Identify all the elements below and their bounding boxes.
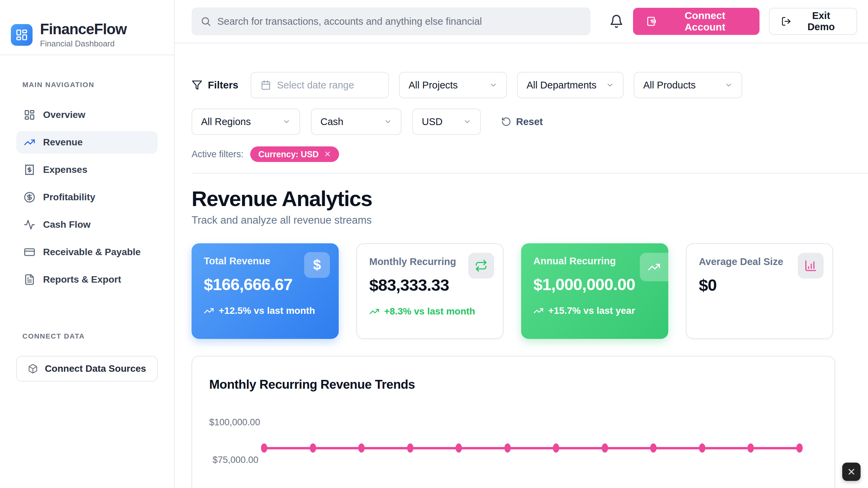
activity-icon — [24, 219, 35, 230]
metric-change-text: +12.5% vs last month — [219, 305, 315, 316]
metric-cards: Total Revenue $166,666.67 +12.5% vs last… — [192, 243, 857, 339]
projects-select-value: All Projects — [409, 80, 458, 91]
logout-icon — [781, 16, 791, 26]
active-filters-row: Active filters: Currency: USD ✕ — [192, 146, 857, 162]
sidebar-item-reports-export[interactable]: Reports & Export — [16, 268, 158, 291]
chart-point — [699, 444, 705, 453]
filters-title: Filters — [192, 79, 238, 91]
notifications-button[interactable] — [609, 14, 624, 28]
chart-line-stroke — [264, 447, 800, 449]
main-navigation: Overview Revenue Expenses Profitability … — [16, 104, 158, 291]
layout-dashboard-icon — [24, 109, 35, 121]
filters-label: Filters — [208, 79, 238, 91]
sidebar-item-profitability[interactable]: Profitability — [16, 186, 158, 208]
sidebar-item-cash-flow[interactable]: Cash Flow — [16, 214, 158, 236]
chart-point — [358, 444, 365, 453]
bell-icon — [609, 14, 624, 28]
sidebar-item-overview[interactable]: Overview — [16, 104, 158, 126]
sidebar-item-revenue[interactable]: Revenue — [16, 131, 158, 154]
repeat-icon — [475, 259, 488, 272]
products-select-value: All Products — [643, 80, 696, 91]
metric-badge — [798, 253, 824, 279]
reset-filters-label: Reset — [516, 116, 543, 127]
chart-point — [796, 444, 803, 453]
metric-value: $166,666.67 — [204, 275, 327, 294]
sidebar-item-receivable-payable[interactable]: Receivable & Payable — [16, 241, 158, 263]
metric-change-text: +15.7% vs last year — [548, 305, 635, 316]
account-type-select[interactable]: Cash — [311, 108, 401, 135]
products-select[interactable]: All Products — [634, 72, 742, 98]
regions-select[interactable]: All Regions — [192, 108, 300, 135]
metric-badge — [640, 253, 668, 281]
overlay-close-button[interactable]: ✕ — [842, 463, 861, 481]
active-filters-label: Active filters: — [192, 149, 243, 160]
metric-badge: $ — [304, 252, 330, 278]
dollar-icon: $ — [313, 257, 321, 273]
chart-card: Monthly Recurring Revenue Trends $100,00… — [192, 356, 835, 488]
rotate-ccw-icon — [501, 117, 511, 127]
chart-line-series — [264, 446, 800, 450]
search-input[interactable] — [217, 16, 581, 27]
chart-point — [310, 444, 316, 453]
app-root: FinanceFlow Financial Dashboard MAIN NAV… — [0, 0, 868, 488]
metric-card-monthly-recurring: Monthly Recurring $83,333.33 +8.3% vs la… — [356, 243, 504, 339]
connect-data-sources-button[interactable]: Connect Data Sources — [16, 356, 158, 382]
exit-demo-label: Exit Demo — [797, 10, 845, 33]
main-area: Connect Account Exit Demo Filters All — [175, 0, 868, 488]
connect-section-label: CONNECT DATA — [22, 332, 174, 340]
chevron-down-icon — [725, 81, 733, 89]
brand-subtitle: Financial Dashboard — [40, 39, 126, 48]
date-range-input[interactable] — [277, 80, 379, 91]
brand-logo-icon — [11, 24, 33, 46]
chart-point — [504, 444, 511, 453]
connect-account-button[interactable]: Connect Account — [633, 8, 760, 35]
search-icon — [200, 16, 211, 27]
departments-select[interactable]: All Departments — [517, 72, 624, 98]
chevron-down-icon — [463, 118, 471, 126]
date-range-field[interactable] — [251, 72, 389, 98]
chart-point — [748, 444, 754, 453]
projects-select[interactable]: All Projects — [399, 72, 507, 98]
active-filter-chip-label: Currency: USD — [258, 149, 319, 159]
receipt-icon — [24, 164, 35, 176]
bar-chart-icon — [804, 259, 817, 272]
filter-icon — [192, 80, 202, 90]
sidebar-item-label: Revenue — [43, 137, 83, 148]
active-filter-chip-currency[interactable]: Currency: USD ✕ — [250, 146, 339, 162]
top-bar: Connect Account Exit Demo — [175, 0, 868, 43]
section-divider — [192, 173, 868, 174]
brand-name: FinanceFlow — [40, 21, 126, 37]
metric-change-text: +8.3% vs last month — [384, 306, 475, 317]
chart-point — [456, 444, 462, 453]
metric-value: $83,333.33 — [369, 276, 491, 294]
page-title: Revenue Analytics — [192, 186, 857, 211]
metric-change: +15.7% vs last year — [533, 305, 656, 316]
trending-up-icon — [533, 306, 544, 316]
chart-point — [601, 444, 608, 453]
exit-demo-button[interactable]: Exit Demo — [769, 8, 857, 35]
metric-value: $0 — [699, 276, 820, 294]
wallet-icon — [646, 16, 657, 27]
brand-block: FinanceFlow Financial Dashboard — [0, 0, 174, 55]
sidebar-item-expenses[interactable]: Expenses — [16, 159, 158, 181]
filters-row-1: Filters All Projects All Departments All… — [192, 72, 857, 98]
metric-change: +12.5% vs last month — [204, 305, 316, 316]
chart-title: Monthly Recurring Revenue Trends — [209, 378, 415, 392]
currency-select-value: USD — [422, 116, 442, 127]
circle-dollar-icon — [24, 191, 35, 203]
metric-card-annual-recurring: Annual Recurring $1,000,000.00 +15.7% vs… — [521, 243, 668, 339]
y-axis-tick: $100,000.00 — [209, 417, 258, 428]
trending-up-icon — [648, 261, 660, 273]
filters-row-2: All Regions Cash USD Reset — [192, 108, 857, 135]
chart-point — [407, 444, 413, 453]
reset-filters-button[interactable]: Reset — [501, 116, 543, 127]
chip-close-icon[interactable]: ✕ — [324, 150, 331, 158]
metric-badge — [468, 253, 494, 279]
calendar-icon — [261, 80, 271, 90]
cube-icon — [28, 364, 38, 374]
page-subtitle: Track and analyze all revenue streams — [192, 214, 857, 226]
sidebar-item-label: Reports & Export — [43, 274, 121, 285]
connect-account-label: Connect Account — [664, 10, 747, 33]
regions-select-value: All Regions — [201, 116, 251, 127]
currency-select[interactable]: USD — [412, 108, 481, 135]
